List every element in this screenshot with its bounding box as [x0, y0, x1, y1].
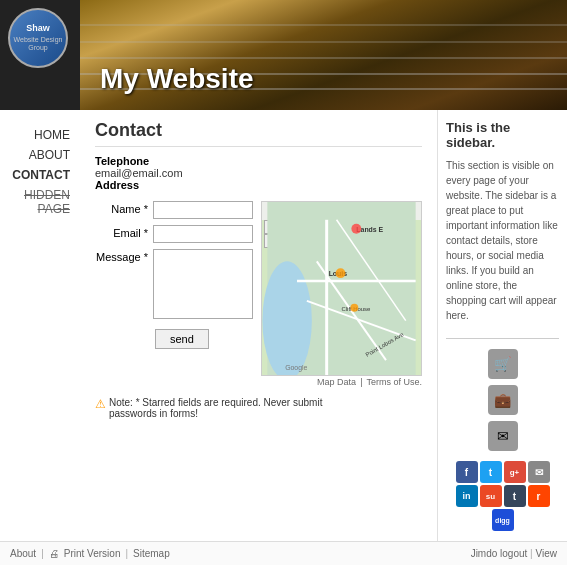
shop-icon-btn[interactable]: 🛒 [488, 349, 518, 379]
sidebar-divider [446, 338, 559, 339]
email-row: Email * [95, 225, 253, 243]
footer-sitemap-link[interactable]: Sitemap [133, 548, 170, 559]
footer-left: About | 🖨 Print Version | Sitemap [10, 548, 170, 559]
address-label: Address [95, 179, 139, 191]
logo[interactable]: Shaw Website Design Group [8, 8, 80, 80]
site-title: My Website [100, 63, 254, 95]
note-text: Note: * Starred fields are required. Nev… [109, 397, 325, 419]
email-social-btn[interactable]: ✉ [528, 461, 550, 483]
googleplus-btn[interactable]: g+ [504, 461, 526, 483]
map-box[interactable]: Map ▼ + − [261, 201, 422, 376]
terms-of-use-link[interactable]: Terms of Use. [366, 377, 422, 387]
sidebar-item-hidden[interactable]: HIDDEN PAGE [0, 185, 80, 219]
briefcase-icon: 💼 [494, 392, 511, 408]
sidebar-item-about[interactable]: ABOUT [0, 145, 80, 165]
print-icon: 🖨 [49, 548, 59, 559]
linkedin-btn[interactable]: in [456, 485, 478, 507]
message-textarea[interactable] [153, 249, 253, 319]
form-note: ⚠ Note: * Starred fields are required. N… [95, 397, 325, 419]
reddit-btn[interactable]: r [528, 485, 550, 507]
contact-form: Name * Email * Message * send [95, 201, 253, 387]
twitter-btn[interactable]: t [480, 461, 502, 483]
header: Shaw Website Design Group My Website [0, 0, 567, 110]
map-svg: Lands E Louis Cliff House Point Lobos Av… [262, 202, 421, 375]
sidebar-icons: 🛒 💼 ✉ [446, 349, 559, 451]
email-input[interactable] [153, 225, 253, 243]
left-nav: HOME ABOUT CONTACT HIDDEN PAGE [0, 110, 80, 541]
mail-icon-btn[interactable]: ✉ [488, 421, 518, 451]
name-label: Name * [95, 201, 153, 215]
contact-info: Telephone email@email.com Address [95, 155, 422, 191]
name-row: Name * [95, 201, 253, 219]
svg-text:Google: Google [285, 364, 307, 372]
map-data-label: Map Data [317, 377, 356, 387]
digg-btn[interactable]: digg [492, 509, 514, 531]
footer-about-link[interactable]: About [10, 548, 36, 559]
telephone-label: Telephone [95, 155, 149, 167]
main-content: Contact Telephone email@email.com Addres… [80, 110, 437, 541]
logo-text: Shaw [26, 24, 50, 34]
briefcase-icon-btn[interactable]: 💼 [488, 385, 518, 415]
form-map-row: Name * Email * Message * send Map [95, 201, 422, 387]
sidebar: This is the sidebar. This section is vis… [437, 110, 567, 541]
footer: About | 🖨 Print Version | Sitemap Jimdo … [0, 541, 567, 565]
svg-point-15 [336, 268, 346, 278]
map-footer: Map Data | Terms of Use. [261, 377, 422, 387]
email-field-label: Email * [95, 225, 153, 239]
sidebar-item-home[interactable]: HOME [0, 125, 80, 145]
jimdo-logout-link[interactable]: Jimdo logout [471, 548, 528, 559]
svg-point-6 [262, 261, 311, 375]
tumblr-btn[interactable]: t [504, 485, 526, 507]
message-row: Message * [95, 249, 253, 319]
sidebar-text: This section is visible on every page of… [446, 158, 559, 323]
page-body: HOME ABOUT CONTACT HIDDEN PAGE Contact T… [0, 110, 567, 541]
send-button[interactable]: send [155, 329, 209, 349]
svg-point-17 [350, 304, 358, 312]
view-link[interactable]: View [536, 548, 558, 559]
facebook-btn[interactable]: f [456, 461, 478, 483]
map-sep: | [360, 377, 362, 387]
logo-subtitle: Website Design Group [10, 36, 66, 51]
message-label: Message * [95, 249, 153, 263]
contact-heading: Contact [95, 120, 422, 147]
stumbleupon-btn[interactable]: su [480, 485, 502, 507]
footer-print-link[interactable]: Print Version [64, 548, 121, 559]
shop-icon: 🛒 [494, 356, 511, 372]
sidebar-item-contact[interactable]: CONTACT [0, 165, 80, 185]
sidebar-social: f t g+ ✉ in su t r digg [446, 461, 559, 531]
name-input[interactable] [153, 201, 253, 219]
footer-right: Jimdo logout | View [471, 548, 557, 559]
mail-icon: ✉ [497, 428, 509, 444]
map-container: Map ▼ + − [261, 201, 422, 387]
svg-point-13 [351, 224, 361, 234]
email-value: email@email.com [95, 167, 183, 179]
note-icon: ⚠ [95, 397, 106, 411]
sidebar-title: This is the sidebar. [446, 120, 559, 150]
